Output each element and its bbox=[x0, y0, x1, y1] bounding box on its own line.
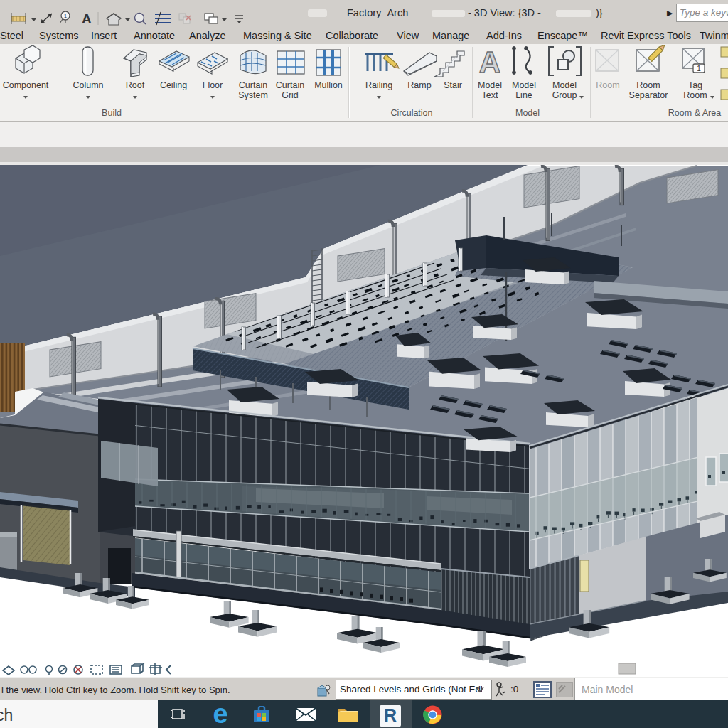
svg-text:1: 1 bbox=[697, 65, 701, 73]
svg-text:1: 1 bbox=[64, 13, 68, 19]
svg-text:A: A bbox=[82, 11, 92, 26]
svg-text:A: A bbox=[479, 46, 500, 79]
